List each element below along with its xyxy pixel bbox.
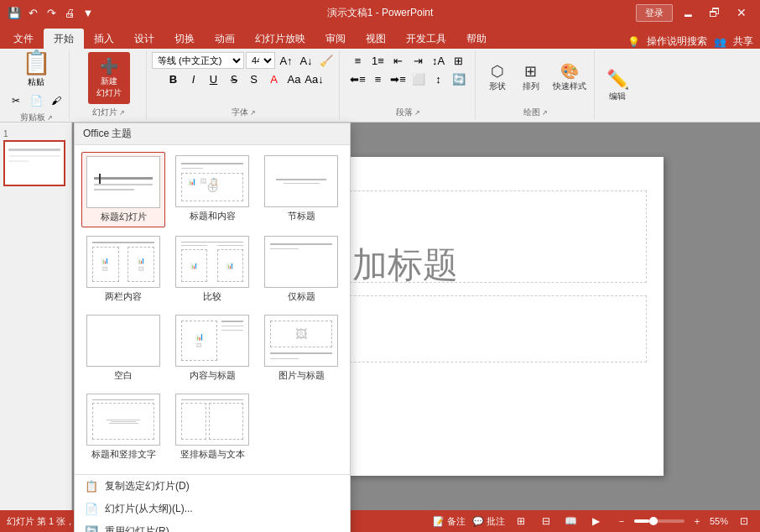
font-case-button[interactable]: Aa↓ [305, 70, 324, 87]
tab-developer[interactable]: 开发工具 [396, 29, 456, 49]
layout-content-caption[interactable]: 📊 🖼 内容与标题 [170, 311, 254, 385]
normal-view-button[interactable]: ⊞ [512, 514, 530, 529]
layout-label-compare: 比较 [203, 290, 221, 303]
layout-label-content-caption: 内容与标题 [190, 369, 236, 382]
numbering-button[interactable]: 1≡ [369, 52, 388, 69]
tab-animations[interactable]: 动画 [205, 29, 245, 49]
slides-expand-icon[interactable]: ↗ [119, 109, 125, 117]
zoom-in-button[interactable]: ＋ [688, 514, 706, 529]
columns-button[interactable]: ⊞ [450, 52, 468, 69]
bold-button[interactable]: B [164, 70, 183, 87]
justify-button[interactable]: ⬜ [409, 70, 428, 87]
menu-reuse-slides[interactable]: 🔄 重用幻灯片(R)... [75, 520, 350, 532]
layout-section-title[interactable]: 节标题 [259, 152, 343, 227]
slideshow-button[interactable]: ▶ [587, 514, 606, 529]
dropdown-menu-items: 📋 复制选定幻灯片(D) 📄 幻灯片(从大纲)(L)... 🔄 重用幻灯片(R)… [75, 474, 350, 532]
slide-thumbnail[interactable] [3, 140, 65, 186]
arrange-button[interactable]: ⊞ 排列 [516, 60, 546, 94]
layout-picture-caption[interactable]: 🖼 图片与标题 [259, 311, 343, 385]
clipboard-expand-icon[interactable]: ↗ [47, 114, 53, 122]
minimize-button[interactable]: 🗕 [676, 4, 700, 21]
tab-slideshow[interactable]: 幻灯片放映 [245, 29, 315, 49]
line-spacing-button[interactable]: ↕ [429, 70, 448, 87]
slides-group: ➕ 新建 幻灯片 幻灯片 ↗ [71, 50, 147, 120]
share-label[interactable]: 共享 [733, 34, 753, 49]
underline-button[interactable]: U [205, 70, 223, 87]
align-left-button[interactable]: ⬅≡ [349, 70, 367, 87]
shadow-button[interactable]: S [245, 70, 263, 87]
tab-view[interactable]: 视图 [356, 29, 396, 49]
increase-font-button[interactable]: A↑ [277, 52, 295, 69]
format-painter-button[interactable]: 🖌 [47, 91, 65, 110]
status-right-area: 📝 备注 💬 批注 ⊞ ⊟ 📖 ▶ － ＋ 55% ⊡ [433, 514, 753, 529]
print-icon[interactable]: 🖨 [62, 5, 77, 20]
reading-view-button[interactable]: 📖 [562, 514, 580, 529]
layout-title-slide[interactable]: 标题幻灯片 [81, 152, 165, 227]
layout-thumb-title-slide [86, 156, 160, 208]
bullets-button[interactable]: ≡ [349, 52, 367, 69]
ribbon-search-area: 💡 操作说明搜索 👥 共享 [627, 34, 760, 49]
layout-thumb-section-title [264, 155, 338, 207]
paragraph-expand-icon[interactable]: ↗ [414, 109, 420, 117]
drawing-group: ⬡ 形状 ⊞ 排列 🎨 快速样式 绘图 ↗ [477, 50, 595, 120]
menu-duplicate-slide[interactable]: 📋 复制选定幻灯片(D) [75, 475, 350, 498]
shapes-button[interactable]: ⬡ 形状 [482, 60, 513, 94]
tab-review[interactable]: 审阅 [315, 29, 356, 49]
font-expand-icon[interactable]: ↗ [250, 109, 256, 117]
outline-icon: 📄 [85, 503, 98, 516]
italic-button[interactable]: I [185, 70, 203, 87]
layout-title-content[interactable]: ⊕ 📊 🖼 📋 标题和内容 [170, 152, 254, 227]
copy-button[interactable]: 📄 [27, 91, 45, 110]
clear-format-button[interactable]: 🧹 [317, 52, 336, 69]
menu-slide-from-outline[interactable]: 📄 幻灯片(从大纲)(L)... [75, 498, 350, 520]
strikethrough-button[interactable]: S̶ [225, 70, 243, 87]
close-button[interactable]: ✕ [730, 4, 753, 21]
layout-compare[interactable]: 📊 📊 比较 [170, 232, 254, 306]
font-style-button[interactable]: Aa [285, 70, 304, 87]
layout-title-vertical[interactable]: 标题和竖排文字 [81, 390, 165, 464]
increase-indent-button[interactable]: ⇥ [409, 52, 428, 69]
paste-button[interactable]: 📋 粘贴 [17, 47, 56, 90]
slide-sorter-button[interactable]: ⊟ [537, 514, 555, 529]
cut-button[interactable]: ✂ [7, 91, 25, 110]
tab-insert[interactable]: 插入 [84, 29, 124, 49]
tab-help[interactable]: 帮助 [456, 29, 497, 49]
redo-icon[interactable]: ↷ [44, 5, 59, 20]
decrease-indent-button[interactable]: ⇤ [389, 52, 408, 69]
tab-home[interactable]: 开始 [44, 29, 84, 49]
login-button[interactable]: 登录 [636, 4, 673, 22]
fit-button[interactable]: ⊡ [735, 514, 753, 529]
zoom-slider[interactable] [634, 519, 685, 523]
zoom-out-button[interactable]: － [612, 514, 631, 529]
decrease-font-button[interactable]: A↓ [297, 52, 315, 69]
comments-icon: 💬 [472, 516, 484, 527]
save-icon[interactable]: 💾 [7, 5, 22, 20]
font-color-button[interactable]: A [265, 70, 284, 87]
font-size-select[interactable]: 44 [246, 52, 275, 69]
convert-smartart-button[interactable]: 🔄 [450, 70, 468, 87]
drawing-expand-icon[interactable]: ↗ [542, 109, 548, 117]
tab-design[interactable]: 设计 [124, 29, 164, 49]
align-right-button[interactable]: ➡≡ [389, 70, 408, 87]
dropdown-icon[interactable]: ▼ [81, 5, 96, 20]
search-label[interactable]: 操作说明搜索 [647, 34, 707, 49]
quick-styles-button[interactable]: 🎨 快速样式 [549, 60, 590, 94]
align-center-button[interactable]: ≡ [369, 70, 388, 87]
layout-two-col[interactable]: 📊 🖼 📊 🖼 两栏内容 [81, 232, 165, 306]
font-name-select[interactable]: 等线 (中文正文) [152, 52, 244, 69]
layout-thumb-vertical-title-text [175, 394, 249, 446]
tab-transitions[interactable]: 切换 [164, 29, 205, 49]
layout-blank[interactable]: 空白 [81, 311, 165, 385]
notes-button[interactable]: 📝 备注 [433, 515, 466, 528]
ribbon: 📋 粘贴 ✂ 📄 🖌 剪贴板 ↗ ➕ 新建 幻灯片 幻灯片 [0, 49, 760, 123]
maximize-button[interactable]: 🗗 [703, 4, 726, 21]
layout-title-only[interactable]: 仅标题 [259, 232, 343, 306]
text-direction-button[interactable]: ↕A [429, 52, 448, 69]
layout-vertical-title-text[interactable]: 竖排标题与文本 [170, 390, 254, 464]
undo-icon[interactable]: ↶ [25, 5, 40, 20]
comments-button[interactable]: 💬 批注 [472, 515, 505, 528]
tab-file[interactable]: 文件 [3, 29, 44, 49]
edit-button[interactable]: ✏️ 编辑 [606, 69, 629, 102]
layout-label-two-col: 两栏内容 [105, 290, 142, 303]
new-slide-button[interactable]: ➕ 新建 幻灯片 [88, 52, 130, 104]
